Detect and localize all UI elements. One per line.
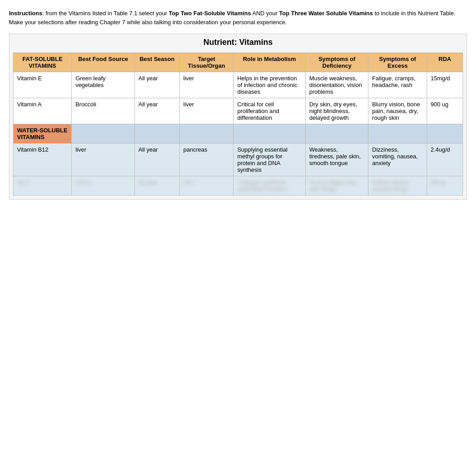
water-header-c7 <box>368 124 427 144</box>
redacted-season: All year <box>134 176 179 196</box>
vitamin-a-excess: Blurry vision, bone pain, nausea, dry, r… <box>368 98 427 124</box>
vitamin-b12-season: All year <box>134 144 179 176</box>
water-header-c8 <box>427 124 463 144</box>
water-header-c6 <box>305 124 368 144</box>
vitamin-a-name: Vitamin A <box>13 98 72 124</box>
vitamin-b12-source: liver <box>72 144 134 176</box>
vitamin-e-row: Vitamin E Green leafy vegetables All yea… <box>13 72 463 98</box>
water-header-c3 <box>134 124 179 144</box>
redacted-excess: Kidney stones nausea things <box>368 176 427 196</box>
vitamin-a-row: Vitamin A Broccoli All year liver Critic… <box>13 98 463 124</box>
vitamin-a-role: Critical for cell proliferation and diff… <box>234 98 305 124</box>
vitamin-b12-name: Vitamin B12 <box>13 144 72 176</box>
water-header-c5 <box>234 124 305 144</box>
fat-soluble-bold: Top Two Fat-Soluble Vitamins <box>169 10 251 17</box>
vitamin-e-season: All year <box>134 72 179 98</box>
water-soluble-header-row: WATER-SOLUBLE VITAMINS <box>13 124 463 144</box>
vitamin-b12-deficiency: Weakness, tiredness, pale skin, smooth t… <box>305 144 368 176</box>
nutrient-table-container: Nutrient: Vitamins FAT-SOLUBLE VITAMINS … <box>9 34 467 200</box>
col-header-excess: Symptoms of Excess <box>368 53 427 72</box>
vitamin-b12-row: Vitamin B12 liver All year pancreas Supp… <box>13 144 463 176</box>
vitamin-b12-tissue: pancreas <box>180 144 234 176</box>
col-header-season: Best Season <box>134 53 179 72</box>
col-header-role: Role in Metabolism <box>234 53 305 72</box>
col-header-rda: RDA <box>427 53 463 72</box>
instructions-text: Instructions: from the Vitamins listed i… <box>9 9 467 26</box>
vitamin-b12-rda: 2.4ug/d <box>427 144 463 176</box>
vitamin-e-rda: 15mg/d <box>427 72 463 98</box>
redacted-source: Citrus <box>72 176 134 196</box>
vitamin-e-deficiency: Muscle weakness, disorientation, vision … <box>305 72 368 98</box>
col-header-tissue: Target Tissue/Organ <box>180 53 234 72</box>
vitamin-b12-excess: Dizziness, vomiting, nausea, anxiety <box>368 144 427 176</box>
col-header-deficiency: Symptoms of Deficiency <box>305 53 368 72</box>
vitamin-a-source: Broccoli <box>72 98 134 124</box>
table-header-row: FAT-SOLUBLE VITAMINS Best Food Source Be… <box>13 53 463 72</box>
water-header-c2 <box>72 124 134 144</box>
redacted-deficiency: Scurvy fatigue dry skin things <box>305 176 368 196</box>
vitamin-a-rda: 900 ug <box>427 98 463 124</box>
vitamin-e-role: Helps in the prevention of infection and… <box>234 72 305 98</box>
col-header-vitamins: FAT-SOLUBLE VITAMINS <box>13 53 72 72</box>
redacted-vitamin-row: Vit C Citrus All year liver Collagen syn… <box>13 176 463 196</box>
vitamin-a-tissue: liver <box>180 98 234 124</box>
vitamin-a-deficiency: Dry skin, dry eyes, night blindness, del… <box>305 98 368 124</box>
redacted-name: Vit C <box>13 176 72 196</box>
vitamin-e-source: Green leafy vegetables <box>72 72 134 98</box>
redacted-role: Collagen synthesis antioxidant function <box>234 176 305 196</box>
water-header-c4 <box>180 124 234 144</box>
nutrient-table: FAT-SOLUBLE VITAMINS Best Food Source Be… <box>13 52 463 196</box>
vitamin-e-excess: Fatigue, cramps, headache, rash <box>368 72 427 98</box>
redacted-tissue: liver <box>180 176 234 196</box>
vitamin-a-season: All year <box>134 98 179 124</box>
vitamin-e-tissue: liver <box>180 72 234 98</box>
redacted-rda: 90mg <box>427 176 463 196</box>
vitamin-b12-role: Supplying essential methyl groups for pr… <box>234 144 305 176</box>
col-header-source: Best Food Source <box>72 53 134 72</box>
vitamin-e-name: Vitamin E <box>13 72 72 98</box>
water-soluble-category: WATER-SOLUBLE VITAMINS <box>13 124 72 144</box>
water-soluble-bold: Top Three Water Soluble Vitamins <box>279 10 373 17</box>
instructions-label: Instructions <box>9 10 42 17</box>
table-title: Nutrient: Vitamins <box>13 38 463 47</box>
